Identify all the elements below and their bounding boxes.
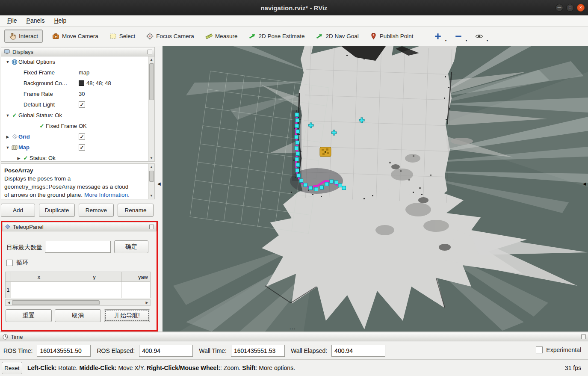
scroll-down-icon[interactable]: ▼ <box>148 192 155 199</box>
column-header-x[interactable]: x <box>11 272 67 281</box>
display-actions: Add Duplicate Remove Rename <box>1 204 155 217</box>
rename-button[interactable]: Rename <box>118 204 154 217</box>
loop-checkbox[interactable] <box>6 260 13 266</box>
grid-checkbox[interactable]: ✓ <box>79 133 85 140</box>
tool-2d-pose-estimate[interactable]: 2D Pose Estimate <box>247 30 306 42</box>
tool-focus-camera[interactable]: Focus Camera <box>145 30 196 42</box>
ruler-icon <box>205 33 213 40</box>
scroll-up-icon[interactable]: ▲ <box>148 164 155 170</box>
panel-dock-icon[interactable] <box>149 225 154 229</box>
displays-panel-header[interactable]: Displays <box>1 47 155 56</box>
menu-panels[interactable]: Panels <box>22 15 50 26</box>
start-navigation-button[interactable]: 开始导航! <box>104 309 150 322</box>
column-header-yaw[interactable]: yaw <box>122 272 149 281</box>
color-swatch[interactable] <box>79 80 84 86</box>
tree-row-fixed-frame-status[interactable]: ✓ Fixed Frame OK <box>1 121 154 131</box>
tree-row-map[interactable]: ▼ Map ✓ <box>1 142 154 153</box>
visibility-tool-button[interactable]: ▾ <box>474 31 484 42</box>
description-line: Displays the poses from a <box>4 175 71 182</box>
menu-file[interactable]: File <box>3 15 22 26</box>
confirm-button[interactable]: 确定 <box>114 240 148 253</box>
panel-dock-icon[interactable] <box>581 335 586 339</box>
tree-row-frame-rate[interactable]: Frame Rate 30 <box>1 89 154 99</box>
tool-publish-point[interactable]: Publish Point <box>368 30 415 42</box>
tree-row-default-light[interactable]: Default Light ✓ <box>1 99 154 110</box>
maximize-button[interactable]: □ <box>566 4 574 12</box>
tree-row-map-status[interactable]: ▶ ✓ Status: Ok <box>1 153 154 162</box>
displays-panel: Displays ▼ Global Options Fixed Frame ma… <box>1 47 155 162</box>
status-bar: Reset Left-Click: Rotate. Middle-Click: … <box>0 359 588 376</box>
displays-scrollbar[interactable]: ▲ ▼ <box>148 56 154 161</box>
caret-down-icon[interactable]: ▾ <box>445 38 447 42</box>
expand-arrow-icon[interactable]: ▼ <box>5 145 11 150</box>
tree-row-global-status[interactable]: ▼ ✓ Global Status: Ok <box>1 110 154 121</box>
selection-box-icon <box>109 33 117 40</box>
teleop-panel-header[interactable]: TeleopPanel <box>2 222 157 231</box>
duplicate-button[interactable]: Duplicate <box>39 204 75 217</box>
reset-button[interactable]: Reset <box>2 362 22 374</box>
tree-row-global-options[interactable]: ▼ Global Options <box>1 56 154 67</box>
window-titlebar[interactable]: navigation.rviz* - RViz — □ × <box>0 0 588 15</box>
scroll-left-icon[interactable]: ◀ <box>6 300 12 305</box>
panel-collapse-arrow-icon[interactable]: ◀ <box>157 181 161 186</box>
tree-row-grid[interactable]: ▶ Grid ✓ <box>1 131 154 142</box>
background-color-value[interactable]: 48; 48; 48 <box>86 80 111 86</box>
row-header[interactable]: 1 <box>6 282 11 298</box>
cancel-button[interactable]: 取消 <box>55 309 101 322</box>
diamond-icon <box>5 224 10 229</box>
scroll-down-icon[interactable]: ▼ <box>148 155 155 161</box>
wall-time-value[interactable] <box>231 345 285 357</box>
close-button[interactable]: × <box>577 4 585 12</box>
frame-rate-value[interactable]: 30 <box>79 91 85 97</box>
scrollbar-thumb[interactable] <box>149 63 154 100</box>
description-scrollbar[interactable]: ▲ ▼ <box>148 164 154 199</box>
expand-arrow-icon[interactable]: ▶ <box>16 156 22 160</box>
monitor-icon <box>4 49 10 55</box>
cell-yaw[interactable] <box>122 282 149 298</box>
expand-arrow-icon[interactable]: ▼ <box>5 60 11 64</box>
tool-select[interactable]: Select <box>108 30 137 42</box>
ros-elapsed-value[interactable] <box>139 345 193 357</box>
remove-tool-button[interactable]: ▾ <box>454 31 463 42</box>
scrollbar-thumb[interactable] <box>12 300 100 305</box>
scroll-up-icon[interactable]: ▲ <box>148 56 155 63</box>
expand-arrow-icon[interactable]: ▶ <box>5 135 11 139</box>
expand-arrow-icon[interactable]: ▼ <box>5 113 11 118</box>
wall-elapsed-value[interactable] <box>331 345 385 357</box>
caret-down-icon[interactable]: ▾ <box>487 38 488 42</box>
tool-2d-nav-goal[interactable]: 2D Nav Goal <box>314 30 360 42</box>
map-view-canvas[interactable] <box>163 46 588 332</box>
tool-measure[interactable]: Measure <box>204 30 239 42</box>
panel-dock-icon[interactable] <box>148 50 152 54</box>
fixed-frame-value[interactable]: map <box>79 69 89 76</box>
add-button[interactable]: Add <box>1 204 35 217</box>
menu-help[interactable]: Help <box>49 15 71 26</box>
tree-row-background-color[interactable]: Background Co… 48; 48; 48 <box>1 78 154 89</box>
pin-icon <box>370 33 377 40</box>
minimize-button[interactable]: — <box>555 4 563 12</box>
max-goal-input[interactable] <box>45 241 111 253</box>
caret-down-icon[interactable]: ▾ <box>466 38 467 42</box>
tree-row-fixed-frame[interactable]: Fixed Frame map <box>1 67 154 78</box>
camera-icon <box>52 33 59 40</box>
cell-x[interactable] <box>11 282 67 298</box>
time-panel-header[interactable]: Time <box>0 332 588 341</box>
experimental-checkbox[interactable] <box>536 346 543 353</box>
scroll-right-icon[interactable]: ▶ <box>144 300 150 305</box>
more-information-link[interactable]: More Information. <box>84 192 130 198</box>
scrollbar-thumb[interactable] <box>149 171 154 182</box>
ros-time-value[interactable] <box>37 345 91 357</box>
table-horizontal-scrollbar[interactable]: ◀ ▶ <box>5 299 151 306</box>
tool-interact[interactable]: Interact <box>4 30 43 43</box>
map-checkbox[interactable]: ✓ <box>79 144 85 151</box>
tool-move-camera[interactable]: Move Camera <box>50 30 100 42</box>
column-header-y[interactable]: y <box>67 272 122 281</box>
reset-goals-button[interactable]: 重置 <box>6 309 52 322</box>
cell-y[interactable] <box>67 282 122 298</box>
default-light-checkbox[interactable]: ✓ <box>79 101 85 108</box>
panel-collapse-arrow-icon[interactable]: ◀ <box>583 181 586 186</box>
add-tool-button[interactable]: ▾ <box>433 31 443 42</box>
loop-label: 循环 <box>16 259 28 266</box>
table-corner-cell[interactable] <box>6 272 11 281</box>
remove-button[interactable]: Remove <box>79 204 114 217</box>
